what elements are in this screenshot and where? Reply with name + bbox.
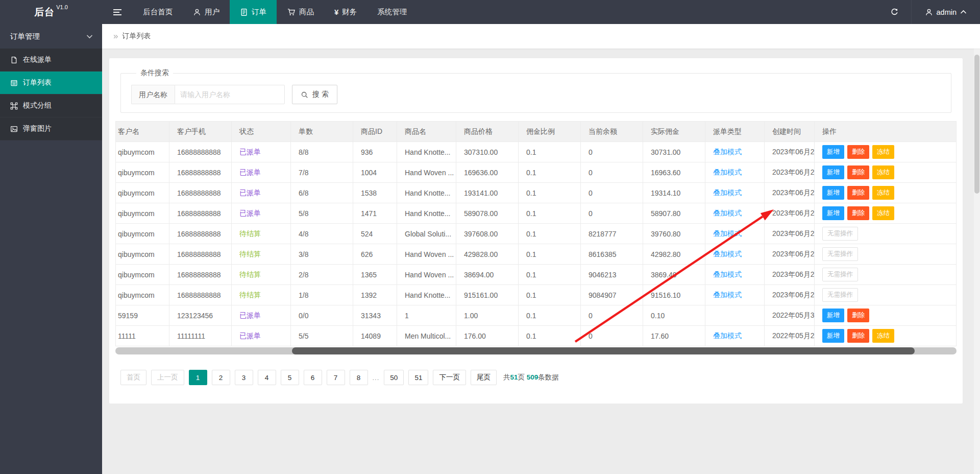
- cell-product-name: Global Soluti...: [397, 224, 456, 244]
- cell-ratio: 0.1: [519, 203, 581, 224]
- cell-product-id: 1538: [353, 183, 397, 203]
- document-icon: [240, 8, 248, 16]
- nav-item-products[interactable]: 商品: [277, 0, 324, 24]
- dispatch-type-link[interactable]: 叠加模式: [713, 168, 742, 176]
- page-button-8[interactable]: 8: [350, 370, 368, 385]
- order-table-body: qibuymcom16888888888已派单8/8936Hand Knotte…: [116, 142, 957, 346]
- nav-item-orders[interactable]: 订单: [230, 0, 277, 24]
- delete-button[interactable]: 删除: [847, 206, 869, 220]
- username-input[interactable]: [175, 85, 285, 104]
- cell-price: 38694.00: [456, 265, 519, 285]
- table-row: qibuymcom16888888888已派单7/81004Hand Woven…: [116, 162, 957, 183]
- cell-count: 5/5: [291, 326, 353, 346]
- page-button-51[interactable]: 51: [408, 370, 428, 385]
- cell-status: 已派单: [232, 142, 291, 162]
- cell-product-name: Hand Woven ...: [397, 244, 456, 265]
- next-page-button[interactable]: 下一页: [433, 370, 466, 385]
- freeze-button[interactable]: 冻结: [872, 165, 894, 179]
- add-button[interactable]: 新增: [822, 165, 844, 179]
- dispatch-type-link[interactable]: 叠加模式: [713, 291, 742, 299]
- cell-count: 0/0: [291, 305, 353, 326]
- cell-price: 429828.00: [456, 244, 519, 265]
- last-page-button[interactable]: 尾页: [471, 370, 497, 385]
- sidebar-item-mode-group[interactable]: 模式分组: [0, 94, 102, 117]
- cell-created: 2023年06月21: [765, 142, 815, 162]
- dispatch-type-link[interactable]: 叠加模式: [713, 229, 742, 238]
- delete-button[interactable]: 删除: [847, 309, 869, 322]
- page-button-4[interactable]: 4: [258, 370, 276, 385]
- page-button-6[interactable]: 6: [304, 370, 322, 385]
- delete-button[interactable]: 删除: [847, 329, 869, 343]
- sidebar-item-popup-image[interactable]: 弹窗图片: [0, 117, 102, 140]
- cell-product-name: Hand Knotte...: [397, 285, 456, 305]
- cell-dispatch-type: 叠加模式: [705, 265, 765, 285]
- page-button-50[interactable]: 50: [384, 370, 404, 385]
- cell-product-name: Hand Woven ...: [397, 162, 456, 183]
- add-button[interactable]: 新增: [822, 309, 844, 322]
- cell-balance: 8218777: [581, 224, 643, 244]
- page-button-3[interactable]: 3: [235, 370, 253, 385]
- dispatch-type-link[interactable]: 叠加模式: [713, 148, 742, 156]
- dispatch-type-link[interactable]: 叠加模式: [713, 331, 742, 340]
- cart-icon: [287, 8, 296, 16]
- delete-button[interactable]: 删除: [847, 145, 869, 159]
- sidebar-group-order-management[interactable]: 订单管理: [0, 24, 102, 49]
- cell-customer: 59159: [116, 305, 169, 326]
- dispatch-type-link[interactable]: 叠加模式: [713, 270, 742, 278]
- cell-phone: 16888888888: [169, 162, 232, 183]
- order-list-card: 条件搜索 用户名称 搜 索: [109, 58, 963, 404]
- cell-product-name: Hand Woven ...: [397, 265, 456, 285]
- add-button[interactable]: 新增: [822, 145, 844, 159]
- add-button[interactable]: 新增: [822, 329, 844, 343]
- cell-balance: 0: [581, 183, 643, 203]
- page-button-5[interactable]: 5: [281, 370, 299, 385]
- nav-item-system[interactable]: 系统管理: [367, 0, 417, 24]
- search-button[interactable]: 搜 索: [292, 85, 337, 104]
- cell-product-name: Men Multicol...: [397, 326, 456, 346]
- freeze-button[interactable]: 冻结: [872, 329, 894, 343]
- freeze-button[interactable]: 冻结: [872, 206, 894, 220]
- nav-item-home[interactable]: 后台首页: [133, 0, 183, 24]
- freeze-button[interactable]: 冻结: [872, 145, 894, 159]
- page-button-7[interactable]: 7: [327, 370, 345, 385]
- top-navbar: 后台 V1.0 后台首页 用户 订单 商品 ¥ 财务 系统管理: [0, 0, 980, 24]
- page-button-2[interactable]: 2: [212, 370, 230, 385]
- cell-created: 2023年06月21: [765, 162, 815, 183]
- search-fieldset: 条件搜索 用户名称 搜 索: [120, 68, 951, 113]
- dispatch-type-link[interactable]: 叠加模式: [713, 250, 742, 258]
- dispatch-type-link[interactable]: 叠加模式: [713, 209, 742, 217]
- column-header: 当前余额: [581, 122, 643, 142]
- status-badge: 待结算: [239, 250, 261, 258]
- cell-price: 915161.00: [456, 285, 519, 305]
- status-badge: 待结算: [239, 229, 261, 238]
- horizontal-scrollbar-thumb[interactable]: [292, 347, 915, 354]
- page-button-1[interactable]: 1: [189, 370, 207, 385]
- cell-phone: 16888888888: [169, 183, 232, 203]
- order-table: 客户名客户手机状态单数商品ID商品名商品价格佣金比例当前余额实际佣金派单类型创建…: [115, 121, 957, 346]
- cell-phone: 16888888888: [169, 265, 232, 285]
- cell-created: 2023年06月21: [765, 224, 815, 244]
- dispatch-type-link[interactable]: 叠加模式: [713, 188, 742, 197]
- cell-balance: 0: [581, 326, 643, 346]
- admin-menu[interactable]: admin: [912, 0, 980, 24]
- nav-item-finance[interactable]: ¥ 财务: [324, 0, 367, 24]
- cell-phone: 16888888888: [169, 224, 232, 244]
- sidebar-item-order-list[interactable]: 订单列表: [0, 72, 102, 94]
- menu-toggle-icon[interactable]: [102, 0, 133, 24]
- add-button[interactable]: 新增: [822, 186, 844, 200]
- add-button[interactable]: 新增: [822, 206, 844, 220]
- table-row: qibuymcom16888888888已派单6/81538Hand Knott…: [116, 183, 957, 203]
- cell-customer: qibuymcom: [116, 183, 169, 203]
- refresh-button[interactable]: [878, 0, 912, 24]
- freeze-button[interactable]: 冻结: [872, 186, 894, 200]
- nav-item-users[interactable]: 用户: [183, 0, 230, 24]
- pagination: 首页上一页12345678...5051下一页尾页共51页 509条数据: [120, 370, 957, 385]
- cell-product-name: Hand Knotte...: [397, 142, 456, 162]
- cell-count: 7/8: [291, 162, 353, 183]
- cell-dispatch-type: [705, 305, 765, 326]
- cell-ratio: 0.1: [519, 142, 581, 162]
- delete-button[interactable]: 删除: [847, 165, 869, 179]
- sidebar-item-online-dispatch[interactable]: 在线派单: [0, 49, 102, 72]
- vertical-scrollbar-thumb[interactable]: [974, 55, 979, 194]
- delete-button[interactable]: 删除: [847, 186, 869, 200]
